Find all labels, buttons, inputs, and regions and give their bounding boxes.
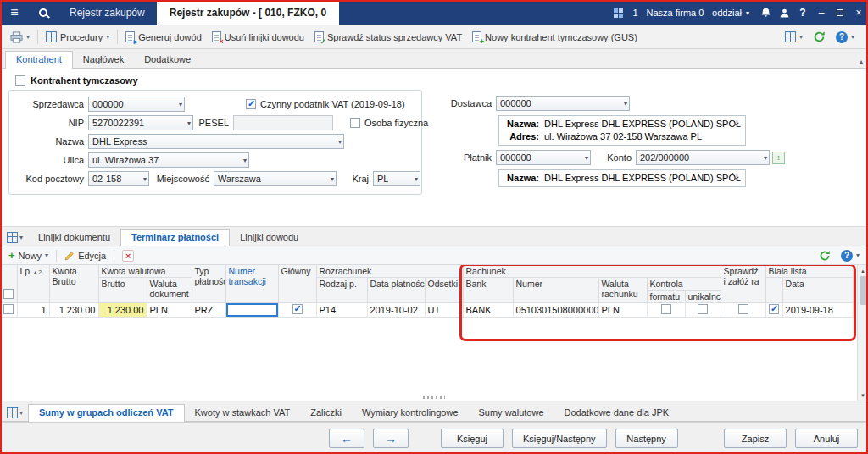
cell-sprawdz-zaloz[interactable] (721, 303, 765, 318)
previous-record-button[interactable]: ← (329, 429, 364, 448)
col-kontrola-formatu[interactable]: formatu (647, 291, 685, 303)
row-select-cell[interactable] (0, 303, 17, 318)
pesel-field[interactable] (233, 115, 333, 130)
vertical-scrollbar[interactable]: ▲ ▼ (857, 265, 868, 401)
titlebar-active-tab[interactable]: Rejestr zakupów - [ 010, FZKO, 0 (157, 0, 339, 25)
print-button[interactable]: ▾ (5, 29, 35, 46)
chevron-down-icon[interactable]: ▾ (19, 409, 23, 417)
menu-button[interactable]: ≡ (0, 0, 29, 25)
col-waluta-dokumentu[interactable]: Walutadokument (147, 278, 192, 303)
splitter-handle[interactable] (423, 396, 445, 399)
tab-sumy-grupy-vat[interactable]: Sumy w grupach odliczeń VAT (28, 404, 185, 422)
kontrola-unikalnosci-checkbox[interactable] (698, 304, 708, 314)
vat-active-checkbox[interactable] (246, 99, 256, 109)
new-temp-contractor-button[interactable]: + Nowy kontrahent tymczasowy (GUS) (467, 29, 643, 45)
grid-view-icon[interactable] (7, 407, 18, 418)
colgroup-kwota-walutowa[interactable]: Kwota walutowa (98, 265, 192, 278)
tab-linijki-dowodu[interactable]: Linijki dowodu (230, 230, 309, 246)
company-selector[interactable]: 1 - Nasza firma 0 - oddział ▾ (626, 8, 756, 18)
col-odsetki[interactable]: Odsetki (425, 278, 463, 303)
col-sprawdz-zaloz[interactable]: Sprawdźi załóż ra (721, 265, 765, 303)
titlebar-nav-tab[interactable]: Rejestr zakupów (58, 0, 157, 25)
col-kontrola-unikalnosci[interactable]: unikalnc (685, 291, 721, 303)
street-select[interactable]: ul. Wirażowa 37 ▾ (88, 152, 249, 168)
scroll-up-button[interactable]: ▲ (858, 265, 868, 276)
tab-naglowek[interactable]: Nagłówek (73, 52, 134, 68)
col-select-all[interactable] (0, 265, 17, 303)
cell-waluta-dokumentu[interactable]: PLN (147, 303, 192, 318)
tab-terminarz-platnosci[interactable]: Terminarz płatności (120, 229, 230, 246)
tab-zaliczki[interactable]: Zaliczki (300, 405, 352, 421)
col-glowny[interactable]: Główny (278, 265, 316, 303)
help-button[interactable]: ? (793, 7, 812, 19)
collapse-ribbon-button[interactable]: ▴ (860, 58, 863, 65)
tab-dodatkowe-dane-jpk[interactable]: Dodatkowe dane dla JPK (554, 405, 680, 421)
biala-lista-checkbox[interactable] (769, 304, 779, 314)
col-waluta-rachunku[interactable]: Walutarachunku (598, 278, 647, 303)
cell-kwota-brutto[interactable]: 1 230.00 (49, 303, 98, 318)
table-row[interactable]: 1 1 230.00 1 230.00 PLN PRZ P14 2019-10-… (0, 303, 853, 318)
close-button[interactable]: × (849, 7, 868, 19)
cell-rodzaj-p[interactable]: P14 (316, 303, 367, 318)
cell-biala-lista-data[interactable]: 2019-09-18 (782, 303, 853, 318)
colgroup-rachunek[interactable]: Rachunek (463, 265, 721, 278)
help-menu-button[interactable]: ? ▾ (831, 29, 860, 46)
cell-lp[interactable]: 1 (17, 303, 49, 318)
maximize-button[interactable] (831, 9, 849, 16)
cell-kw-brutto[interactable]: 1 230.00 (98, 303, 147, 318)
ksieguj-nastepny-button[interactable]: Księguj/Następny (512, 429, 607, 448)
new-row-button[interactable]: + Nowy ▾ (3, 248, 53, 263)
col-biala-lista-data[interactable]: Data (782, 278, 853, 303)
tab-sumy-walutowe[interactable]: Sumy walutowe (469, 405, 554, 421)
grid-view-icon[interactable] (7, 232, 18, 243)
nastepny-button[interactable]: Następny (615, 429, 678, 448)
generate-proof-button[interactable]: ▸ Generuj dowód (120, 29, 207, 45)
name-select[interactable]: DHL Express ▾ (88, 134, 344, 149)
ksieguj-button[interactable]: Księguj (441, 429, 504, 448)
help-grid-button[interactable]: ? ▾ (836, 248, 865, 263)
apps-grid-icon[interactable] (614, 8, 623, 18)
payer-select[interactable]: 000000 ▾ (496, 150, 591, 165)
city-select[interactable]: Warszawa ▾ (214, 171, 337, 186)
delete-proof-lines-button[interactable]: × Usuń linijki dowodu (207, 29, 309, 45)
cell-biala-lista-check[interactable] (765, 303, 782, 318)
refresh-grid-icon[interactable] (819, 250, 831, 262)
cell-typ-platnosci[interactable]: PRZ (192, 303, 225, 318)
seller-select[interactable]: 000000 ▾ (88, 97, 185, 112)
glowny-checkbox[interactable] (292, 304, 303, 314)
col-bank[interactable]: Bank (463, 278, 513, 303)
cell-bank[interactable]: BANK (463, 303, 513, 318)
refresh-icon[interactable] (813, 30, 826, 43)
col-rodzaj-p[interactable]: Rodzaj p. (316, 278, 367, 303)
edit-row-button[interactable]: Edycja (59, 249, 111, 263)
col-data-platnosci[interactable]: Data płatności (367, 278, 425, 303)
cell-data-platnosci[interactable]: 2019-10-02 (367, 303, 425, 318)
cell-kontrola-unikalnosci[interactable] (685, 303, 721, 318)
colgroup-kontrola[interactable]: Kontrola (647, 278, 721, 291)
sprawdz-zaloz-checkbox[interactable] (738, 304, 748, 314)
check-vat-status-button[interactable]: ✓ Sprawdź status sprzedawcy VAT (309, 29, 467, 45)
temp-contractor-checkbox[interactable] (15, 75, 25, 86)
account-lookup-icon[interactable]: ↕ (772, 152, 785, 164)
cell-waluta-rachunku[interactable]: PLN (598, 303, 647, 318)
row-checkbox[interactable] (3, 304, 14, 314)
colgroup-biala-lista[interactable]: Biała lista (765, 265, 853, 278)
postal-code-select[interactable]: 02-158 ▾ (88, 171, 149, 186)
select-all-checkbox[interactable] (3, 289, 14, 299)
notifications-button[interactable] (756, 8, 775, 19)
procedures-button[interactable]: Procedury ▾ (41, 29, 114, 45)
tab-linijki-dokumentu[interactable]: Linijki dokumentu (28, 230, 120, 246)
cell-glowny[interactable] (278, 303, 316, 318)
account-select[interactable]: 202/000000 ▾ (636, 150, 770, 165)
tab-kontrahent[interactable]: Kontrahent (5, 51, 73, 69)
col-kwota-brutto[interactable]: KwotaBrutto (49, 265, 98, 303)
minimize-button[interactable]: – (812, 7, 831, 19)
cell-numer-rachunku[interactable]: 05103015080000000 (513, 303, 598, 318)
user-button[interactable] (775, 8, 793, 19)
nip-select[interactable]: 5270022391 ▾ (88, 115, 193, 130)
grid-layout-button[interactable]: ▾ (780, 29, 808, 45)
tab-kwoty-stawki-vat[interactable]: Kwoty w stawkach VAT (185, 405, 301, 421)
natural-person-checkbox[interactable] (350, 118, 360, 128)
tab-wymiary-kontrolingowe[interactable]: Wymiary kontrolingowe (352, 405, 469, 421)
colgroup-rozrachunek[interactable]: Rozrachunek (316, 265, 463, 278)
